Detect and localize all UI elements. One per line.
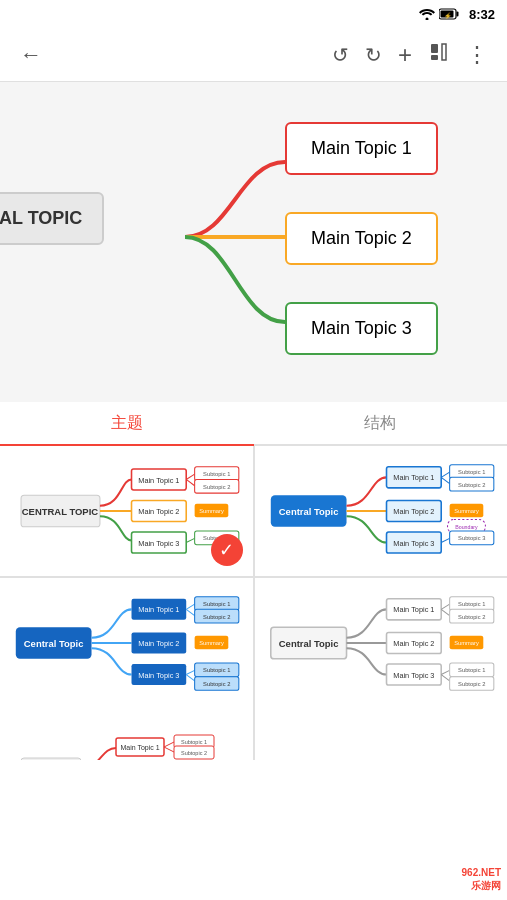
- svg-text:Main Topic 3: Main Topic 3: [138, 671, 179, 680]
- tabs-bar: 主题 结构: [0, 402, 507, 446]
- svg-text:Subtopic 2: Subtopic 2: [203, 614, 230, 620]
- theme-preview-3: Central Topic Main Topic 1 Subtopic 1 Su…: [255, 578, 508, 708]
- theme-card-1[interactable]: Central Topic Main Topic 1 Subtopic 1 Su…: [255, 446, 508, 576]
- svg-text:Main Topic 1: Main Topic 1: [393, 473, 434, 482]
- bottom-preview-left: Central Topic Main Topic 1 Main Topic 2 …: [6, 713, 246, 760]
- svg-rect-5: [431, 44, 438, 53]
- svg-text:Subtopic 2: Subtopic 2: [458, 681, 485, 687]
- svg-text:Central Topic: Central Topic: [278, 506, 338, 517]
- add-button[interactable]: +: [390, 33, 420, 77]
- svg-text:Subtopic 2: Subtopic 2: [203, 484, 230, 490]
- svg-text:Subtopic 1: Subtopic 1: [203, 471, 230, 477]
- svg-text:Summary: Summary: [454, 640, 479, 646]
- selected-check: ✓: [211, 534, 243, 566]
- bottom-partial-area: Central Topic Main Topic 1 Main Topic 2 …: [0, 708, 507, 760]
- theme-preview-2: Central Topic Main Topic 1 Subtopic 1 Su…: [0, 578, 253, 708]
- svg-line-76: [441, 609, 449, 615]
- svg-text:Subtopic 1: Subtopic 1: [203, 601, 230, 607]
- svg-line-102: [164, 747, 174, 752]
- svg-text:Subtopic 1: Subtopic 1: [458, 601, 485, 607]
- svg-line-54: [186, 609, 194, 615]
- svg-text:Subtopic 1: Subtopic 1: [203, 667, 230, 673]
- tab-theme[interactable]: 主题: [0, 402, 254, 444]
- undo-button[interactable]: ↺: [324, 35, 357, 75]
- status-bar: ⚡ 8:32: [0, 0, 507, 28]
- back-button[interactable]: ←: [12, 34, 50, 76]
- svg-rect-2: [456, 12, 458, 17]
- svg-line-23: [186, 538, 194, 542]
- svg-text:Main Topic 2: Main Topic 2: [138, 507, 179, 516]
- status-icons: ⚡ 8:32: [419, 7, 495, 22]
- more-button[interactable]: ⋮: [458, 34, 495, 76]
- svg-text:Subtopic 2: Subtopic 2: [458, 482, 485, 488]
- svg-text:Main Topic 1: Main Topic 1: [121, 744, 160, 752]
- theme-card-3[interactable]: Central Topic Main Topic 1 Subtopic 1 Su…: [255, 578, 508, 708]
- svg-text:Subtopic 2: Subtopic 2: [203, 681, 230, 687]
- svg-text:Central Topic: Central Topic: [278, 638, 338, 649]
- svg-rect-91: [21, 758, 81, 760]
- svg-text:Subtopic 1: Subtopic 1: [181, 739, 207, 745]
- topic-box-2[interactable]: Main Topic 2: [285, 212, 438, 265]
- svg-line-44: [441, 538, 449, 542]
- tab-structure[interactable]: 结构: [254, 402, 508, 444]
- paint-icon: [428, 41, 450, 63]
- svg-line-33: [441, 477, 449, 483]
- svg-text:Summary: Summary: [199, 508, 224, 514]
- bottom-card-right[interactable]: [255, 708, 508, 760]
- svg-text:Subtopic 2: Subtopic 2: [181, 750, 207, 756]
- svg-text:Central Topic: Central Topic: [24, 638, 84, 649]
- topic-box-1[interactable]: Main Topic 1: [285, 122, 438, 175]
- svg-line-99: [164, 742, 174, 747]
- svg-line-66: [186, 675, 194, 681]
- svg-text:Summary: Summary: [199, 640, 224, 646]
- svg-text:Main Topic 2: Main Topic 2: [393, 507, 434, 516]
- svg-line-30: [441, 472, 449, 477]
- themes-grid: CENTRAL TOPIC Main Topic 1 Subtopic 1 Su…: [0, 446, 507, 708]
- theme-card-2[interactable]: Central Topic Main Topic 1 Subtopic 1 Su…: [0, 578, 253, 708]
- toolbar: ← ↺ ↻ + ⋮: [0, 28, 507, 82]
- svg-text:Subtopic 2: Subtopic 2: [458, 614, 485, 620]
- svg-line-11: [186, 474, 194, 479]
- svg-text:Main Topic 3: Main Topic 3: [393, 539, 434, 548]
- time-display: 8:32: [469, 7, 495, 22]
- svg-line-85: [441, 670, 449, 674]
- format-button[interactable]: [420, 33, 458, 76]
- theme-preview-1: Central Topic Main Topic 1 Subtopic 1 Su…: [255, 446, 508, 576]
- wifi-icon: [419, 8, 435, 20]
- mindmap-area[interactable]: NTRAL TOPIC Main Topic 1 Main Topic 2 Ma…: [0, 82, 507, 402]
- bottom-card-left[interactable]: Central Topic Main Topic 1 Main Topic 2 …: [0, 708, 253, 760]
- svg-text:Boundary: Boundary: [455, 524, 478, 530]
- svg-text:Main Topic 1: Main Topic 1: [393, 605, 434, 614]
- svg-text:CENTRAL TOPIC: CENTRAL TOPIC: [22, 506, 99, 517]
- svg-point-0: [425, 18, 428, 21]
- battery-icon: ⚡: [439, 8, 459, 20]
- bottom-cards: Central Topic Main Topic 1 Main Topic 2 …: [0, 708, 507, 760]
- svg-text:Subtopic 1: Subtopic 1: [458, 469, 485, 475]
- watermark: 962.NET 乐游网: [462, 866, 501, 892]
- svg-text:Main Topic 2: Main Topic 2: [138, 639, 179, 648]
- svg-text:Summary: Summary: [454, 508, 479, 514]
- svg-line-51: [186, 604, 194, 609]
- svg-text:Main Topic 1: Main Topic 1: [138, 476, 179, 485]
- svg-text:Main Topic 2: Main Topic 2: [393, 639, 434, 648]
- svg-text:Main Topic 1: Main Topic 1: [138, 605, 179, 614]
- central-topic[interactable]: NTRAL TOPIC: [0, 192, 104, 245]
- svg-text:⚡: ⚡: [444, 12, 452, 20]
- svg-line-73: [441, 604, 449, 609]
- svg-rect-6: [431, 55, 438, 60]
- svg-line-88: [441, 675, 449, 681]
- svg-line-63: [186, 670, 194, 674]
- theme-card-0[interactable]: CENTRAL TOPIC Main Topic 1 Subtopic 1 Su…: [0, 446, 253, 576]
- redo-button[interactable]: ↻: [357, 35, 390, 75]
- topic-box-3[interactable]: Main Topic 3: [285, 302, 438, 355]
- svg-text:Main Topic 3: Main Topic 3: [138, 539, 179, 548]
- svg-text:Subtopic 3: Subtopic 3: [458, 535, 485, 541]
- svg-text:Main Topic 3: Main Topic 3: [393, 671, 434, 680]
- svg-line-14: [186, 479, 194, 485]
- svg-text:Subtopic 1: Subtopic 1: [458, 667, 485, 673]
